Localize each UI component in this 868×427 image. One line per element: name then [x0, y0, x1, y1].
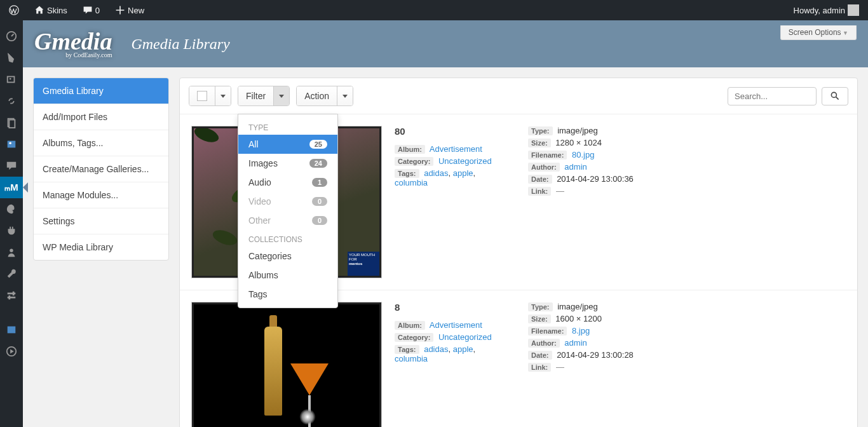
howdy-user[interactable]: Howdy, admin [790, 4, 863, 16]
svg-line-16 [836, 97, 839, 100]
item-filename-link[interactable]: 80.jpg [572, 150, 594, 159]
filter-dropdown: TYPE All25 Images24 Audio1 Video0 Other0… [238, 114, 338, 308]
item-category-link[interactable]: Uncategorized [438, 332, 492, 342]
search-button[interactable] [822, 87, 848, 105]
page-title: Gmedia Library [131, 36, 229, 53]
sidenav-albums-tags[interactable]: Albums, Tags... [34, 130, 168, 156]
menu-posts[interactable] [0, 47, 23, 69]
item-tag-link[interactable]: apple [453, 344, 473, 354]
filter-type-images[interactable]: Images24 [238, 154, 337, 173]
menu-settings[interactable] [0, 285, 23, 306]
menu-tools[interactable] [0, 263, 23, 285]
media-item: 8 Album: Advertisement Category: Uncateg… [180, 290, 857, 427]
menu-media[interactable] [0, 69, 23, 90]
filter-type-other[interactable]: Other0 [238, 211, 337, 230]
menu-plugins[interactable] [0, 220, 23, 241]
svg-point-15 [831, 92, 836, 97]
svg-point-3 [10, 78, 11, 80]
action-dropdown-toggle[interactable] [337, 86, 353, 105]
sidenav-galleries[interactable]: Create/Manage Galleries... [34, 156, 168, 182]
filter-categories[interactable]: Categories [238, 247, 337, 266]
admin-menu: ₘM [0, 20, 23, 427]
gmedia-logo: Gmedia by CodEasily.com [34, 29, 112, 58]
filter-button[interactable]: Filter [238, 86, 274, 105]
avatar [848, 4, 859, 16]
wp-logo[interactable] [5, 5, 23, 15]
menu-extra-gallery[interactable] [0, 319, 23, 341]
comments-link[interactable]: 0 [79, 5, 104, 15]
item-tag-link[interactable]: apple [453, 168, 473, 178]
search-input[interactable] [728, 87, 817, 105]
main-panel: Filter TYPE All25 Images24 Audio1 Video0… [179, 78, 858, 427]
screen-options-toggle[interactable]: Screen Options [780, 25, 857, 40]
svg-point-7 [9, 142, 11, 144]
item-tag-link[interactable]: columbia [395, 354, 428, 363]
item-author-link[interactable]: admin [564, 338, 587, 348]
select-dropdown-toggle[interactable] [215, 86, 231, 105]
filter-type-all[interactable]: All25 [238, 135, 337, 154]
filter-type-header: TYPE [238, 118, 337, 135]
menu-gmedia[interactable]: ₘM [0, 177, 23, 198]
wp-admin-bar: Skins 0 New Howdy, admin [0, 0, 868, 20]
menu-pages[interactable] [0, 112, 23, 133]
menu-dashboard[interactable] [0, 25, 23, 47]
gmedia-sidenav: Gmedia Library Add/Import Files Albums, … [33, 78, 169, 261]
svg-rect-12 [9, 295, 11, 299]
action-button-group: Action [296, 86, 353, 106]
item-tag-link[interactable]: adidas [424, 344, 448, 354]
filter-type-audio[interactable]: Audio1 [238, 173, 337, 192]
filter-button-group: Filter [238, 86, 290, 106]
item-thumbnail[interactable] [191, 302, 382, 427]
item-filename-link[interactable]: 8.jpg [572, 326, 590, 336]
item-album-link[interactable]: Advertisement [430, 320, 482, 330]
item-title: 8 [395, 302, 509, 313]
menu-appearance[interactable] [0, 198, 23, 220]
svg-rect-11 [13, 292, 15, 295]
toolbar: Filter TYPE All25 Images24 Audio1 Video0… [180, 78, 857, 114]
action-button[interactable]: Action [297, 86, 337, 105]
menu-gallery[interactable] [0, 133, 23, 155]
menu-users[interactable] [0, 241, 23, 263]
item-category-link[interactable]: Uncategorized [438, 156, 492, 166]
svg-rect-6 [8, 141, 16, 148]
item-album-link[interactable]: Advertisement [430, 144, 482, 154]
menu-comments[interactable] [0, 155, 23, 177]
sidenav-library[interactable]: Gmedia Library [34, 78, 168, 104]
filter-albums[interactable]: Albums [238, 266, 337, 285]
sidenav-settings[interactable]: Settings [34, 208, 168, 234]
filter-dropdown-toggle[interactable] [274, 86, 289, 105]
item-author-link[interactable]: admin [564, 162, 587, 172]
item-tag-link[interactable]: columbia [395, 178, 428, 187]
filter-tags[interactable]: Tags [238, 285, 337, 304]
svg-rect-13 [8, 327, 16, 334]
filter-type-video[interactable]: Video0 [238, 192, 337, 211]
svg-point-8 [10, 249, 13, 252]
menu-links[interactable] [0, 90, 23, 112]
sidenav-wpmedia[interactable]: WP Media Library [34, 234, 168, 260]
new-content[interactable]: New [111, 5, 148, 15]
select-all-checkbox[interactable] [189, 86, 215, 105]
gmedia-header: Gmedia by CodEasily.com Gmedia Library S… [23, 20, 868, 67]
select-all-group [189, 86, 231, 106]
menu-extra-play[interactable] [0, 341, 23, 362]
sidenav-modules[interactable]: Manage Modules... [34, 182, 168, 208]
site-name[interactable]: Skins [31, 5, 71, 15]
item-title: 80 [395, 126, 509, 137]
sidenav-import[interactable]: Add/Import Files [34, 104, 168, 130]
filter-collections-header: COLLECTIONS [238, 230, 337, 247]
svg-rect-5 [9, 120, 15, 128]
item-tag-link[interactable]: adidas [424, 168, 448, 178]
